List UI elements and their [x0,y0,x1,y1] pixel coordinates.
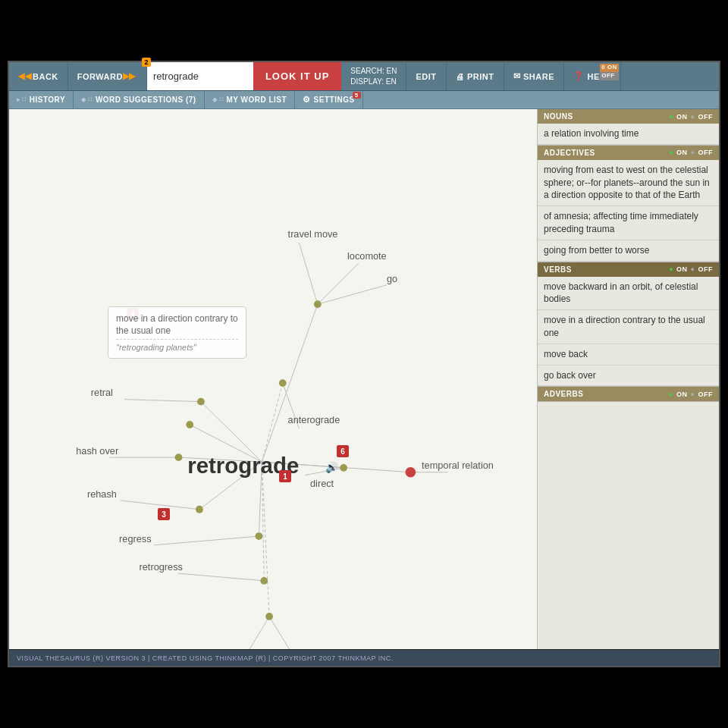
nav-word-suggestions[interactable]: ◈ ∷ WORD SUGGESTIONS (7) [74,91,205,108]
sidebar: NOUNS ● ON ● OFF a relation involving ti… [537,109,719,666]
word-graph: travel move locomote go anterograde dire… [9,109,537,666]
svg-line-18 [154,536,259,545]
svg-point-34 [265,613,273,620]
svg-text:retral: retral [91,387,113,398]
verbs-toggle[interactable]: ● ON ● OFF [669,265,713,273]
svg-point-25 [279,379,287,387]
adj-off-label: OFF [698,149,714,156]
nouns-off-label: OFF [698,113,714,121]
verbs-off-label: OFF [698,265,714,273]
print-label: PRINT [467,72,494,81]
adv-off-label: OFF [698,391,714,398]
svg-point-27 [405,467,416,478]
off-badge: OFF [600,72,619,80]
print-button[interactable]: 🖨 PRINT [447,62,504,90]
adj-item-1[interactable]: of amnesia; affecting time immediately p… [538,206,719,240]
badge-1: 1 [279,470,291,482]
svg-line-11 [124,400,201,402]
nouns-toggle[interactable]: ● ON ● OFF [669,113,713,121]
tooltip-line2: the usual one [116,325,238,336]
adj-item-2[interactable]: going from better to worse [538,240,719,262]
settings-icon: ⚙ [303,95,311,105]
lookup-button[interactable]: LOOK IT UP [253,62,341,90]
settings-label: SETTINGS [314,96,355,104]
nav-my-word-list[interactable]: ◈ ∷ MY WORD LIST [205,91,295,108]
adv-header: ADVERBS ● ON ● OFF [538,387,719,401]
verbs-header: VERBS ● ON ● OFF [538,262,719,277]
svg-line-0 [262,304,318,462]
svg-point-32 [255,532,262,540]
noun-item-0[interactable]: a relation involving time [538,124,719,145]
back-button[interactable]: ◀◀ BACK [9,62,68,90]
svg-point-29 [186,421,193,428]
svg-point-31 [196,506,203,513]
svg-point-33 [260,577,268,585]
svg-point-30 [175,453,183,461]
svg-text:travel move: travel move [288,228,338,240]
badge-6: 6 [337,445,349,457]
forward-badge: 2 [142,58,151,67]
share-button[interactable]: ✉ SHARE [504,62,565,90]
nouns-on-label: ON [676,113,688,121]
verb-item-0[interactable]: move backward in an orbit, of celestial … [538,277,719,311]
svg-point-28 [197,398,205,406]
edit-label: EDIT [416,72,436,81]
adjectives-section: ADJECTIVES ● ON ● OFF moving from east t… [538,146,719,262]
forward-label: FORWARD [77,72,123,81]
search-info: SEARCH: EN DISPLAY: EN [341,62,406,90]
status-text: VISUAL THESAURUS (R) VERSION 3 | CREATED… [17,654,394,662]
svg-text:temporal relation: temporal relation [422,460,494,471]
suggestions-dots-icon: ◈ ∷ [81,96,93,103]
wordlist-dots-icon: ◈ ∷ [212,96,224,103]
search-input[interactable] [147,62,253,90]
help-button[interactable]: ❓ HELP 0 ON OFF [564,62,621,90]
display-lang: DISPLAY: EN [350,77,397,87]
content-area: travel move locomote go anterograde dire… [9,109,719,666]
verb-item-2[interactable]: move back [538,344,719,366]
svg-text:anterograde: anterograde [288,414,340,425]
svg-text:🔊: 🔊 [325,461,339,474]
svg-line-20 [178,573,265,581]
forward-button[interactable]: FORWARD ▶▶ 2 [68,62,147,90]
forward-arrow-icon: ▶▶ [123,71,136,81]
search-lang: SEARCH: EN [350,66,397,77]
on-badge: 0 ON [600,64,619,72]
nav-bar: ▸ ∷ HISTORY ◈ ∷ WORD SUGGESTIONS (7) ◈ ∷… [9,91,719,109]
nav-settings[interactable]: ⚙ SETTINGS 5 [295,91,363,108]
history-dots-icon: ▸ ∷ [17,96,27,103]
verbs-section: VERBS ● ON ● OFF move backward in an orb… [538,262,719,388]
svg-line-21 [262,462,269,617]
badge-3: 3 [158,508,170,520]
nouns-label: NOUNS [544,112,669,121]
envelope-icon: ✉ [513,71,521,81]
svg-text:go: go [387,273,397,284]
svg-text:retrogress: retrogress [140,561,183,573]
svg-line-4 [262,383,282,462]
svg-text:rehash: rehash [87,488,117,500]
toolbar: ◀◀ BACK FORWARD ▶▶ 2 LOOK IT UP SEARCH: … [9,62,719,91]
svg-line-2 [318,263,359,304]
nav-history[interactable]: ▸ ∷ HISTORY [9,91,74,108]
svg-line-1 [299,243,318,304]
edit-button[interactable]: EDIT [406,62,446,90]
adj-toggle[interactable]: ● ON ● OFF [669,149,713,156]
adj-item-0[interactable]: moving from east to west on the celestia… [538,160,719,206]
nouns-section: NOUNS ● ON ● OFF a relation involving ti… [538,109,719,146]
share-label: SHARE [523,72,554,81]
adj-label: ADJECTIVES [544,149,669,157]
back-label: BACK [33,72,58,81]
svg-text:direct: direct [310,478,334,489]
status-bar: VISUAL THESAURUS (R) VERSION 3 | CREATED… [9,649,719,666]
svg-line-3 [318,285,387,304]
svg-text:hash over: hash over [76,445,119,457]
verbs-on-label: ON [676,265,688,273]
verb-item-1[interactable]: move in a direction contrary to the usua… [538,310,719,344]
adj-on-label: ON [676,149,688,156]
tooltip-line1: move in a direction contrary to [116,313,238,324]
adverbs-section: ADVERBS ● ON ● OFF [538,387,719,402]
adv-toggle[interactable]: ● ON ● OFF [669,391,713,398]
word-suggestions-label: WORD SUGGESTIONS (7) [96,96,196,104]
verb-item-3[interactable]: go back over [538,366,719,387]
back-arrow-icon: ◀◀ [18,71,31,81]
graph-area[interactable]: travel move locomote go anterograde dire… [9,109,537,666]
